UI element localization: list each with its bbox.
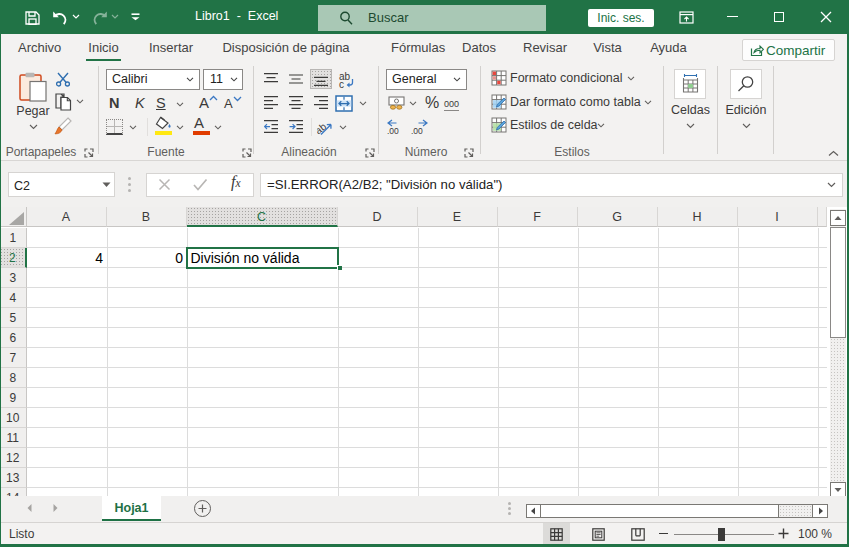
svg-text:.00: .00 — [411, 126, 423, 135]
svg-text:c: c — [339, 79, 344, 89]
svg-text:.00: .00 — [387, 126, 399, 135]
